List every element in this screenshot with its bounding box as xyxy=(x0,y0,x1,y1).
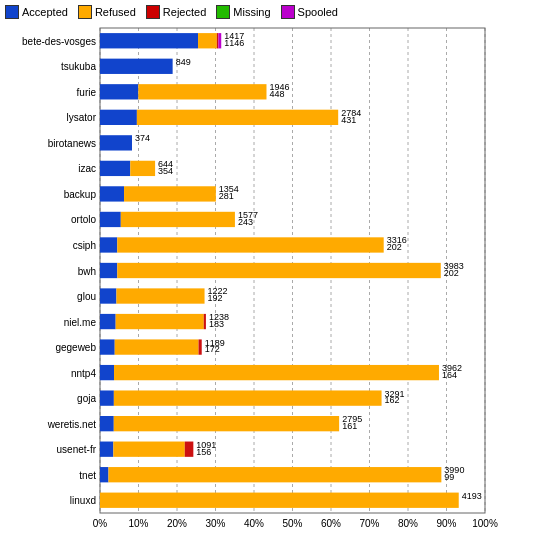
y-label-lysator: lysator xyxy=(67,112,97,123)
bar-niel.me-rejected xyxy=(204,314,206,329)
bar-nntp4-refused xyxy=(114,365,439,380)
label-accepted-backup: 281 xyxy=(219,191,234,201)
label-accepted-tnet: 99 xyxy=(444,472,454,482)
bar-chart: 0%10%20%30%40%50%60%70%80%90%100%bete-de… xyxy=(5,23,550,543)
y-label-gegeweb: gegeweb xyxy=(55,342,96,353)
bar-tsukuba-accepted xyxy=(100,59,173,74)
y-label-izac: izac xyxy=(78,163,96,174)
label-accepted-furie: 448 xyxy=(269,89,284,99)
bar-lysator-accepted xyxy=(100,110,137,125)
y-label-tsukuba: tsukuba xyxy=(61,61,96,72)
bar-backup-accepted xyxy=(100,186,124,201)
label-accepted-weretis.net: 161 xyxy=(342,421,357,431)
bar-bete-des-vosges-accepted xyxy=(100,33,198,48)
label-accepted-bwh: 202 xyxy=(444,268,459,278)
bar-izac-refused xyxy=(130,161,155,176)
label-total-linuxd: 4193 xyxy=(462,491,482,501)
bar-furie-accepted xyxy=(100,84,138,99)
label-accepted-nntp4: 164 xyxy=(442,370,457,380)
legend-color-refused xyxy=(78,5,92,19)
label-total-birotanews: 374 xyxy=(135,133,150,143)
svg-text:40%: 40% xyxy=(244,518,264,529)
legend-item-missing: Missing xyxy=(216,5,270,19)
label-accepted-csiph: 202 xyxy=(387,242,402,252)
legend-item-spooled: Spooled xyxy=(281,5,338,19)
legend-color-missing xyxy=(216,5,230,19)
bar-glou-accepted xyxy=(100,288,116,303)
y-label-csiph: csiph xyxy=(73,240,96,251)
bar-backup-refused xyxy=(124,186,216,201)
legend-item-accepted: Accepted xyxy=(5,5,68,19)
chart-container: AcceptedRefusedRejectedMissingSpooled 0%… xyxy=(0,0,550,555)
bar-linuxd-refused xyxy=(100,493,459,508)
label-accepted-izac: 354 xyxy=(158,166,173,176)
legend-label-missing: Missing xyxy=(233,6,270,18)
bar-gegeweb-rejected xyxy=(199,339,202,354)
bar-nntp4-accepted xyxy=(100,365,114,380)
bar-tnet-refused xyxy=(108,467,441,482)
bar-bwh-accepted xyxy=(100,263,117,278)
y-label-nntp4: nntp4 xyxy=(71,368,96,379)
y-label-tnet: tnet xyxy=(79,470,96,481)
bar-furie-refused xyxy=(138,84,266,99)
label-accepted-lysator: 431 xyxy=(341,115,356,125)
y-label-niel.me: niel.me xyxy=(64,317,97,328)
legend-label-rejected: Rejected xyxy=(163,6,206,18)
y-label-linuxd: linuxd xyxy=(70,495,96,506)
svg-text:60%: 60% xyxy=(321,518,341,529)
bar-weretis.net-refused xyxy=(114,416,339,431)
bar-glou-refused xyxy=(116,288,204,303)
legend-color-spooled xyxy=(281,5,295,19)
bar-birotanews-accepted xyxy=(100,135,132,150)
legend-color-accepted xyxy=(5,5,19,19)
bar-izac-accepted xyxy=(100,161,130,176)
svg-text:100%: 100% xyxy=(472,518,498,529)
bar-ortolo-accepted xyxy=(100,212,121,227)
svg-text:10%: 10% xyxy=(128,518,148,529)
svg-text:50%: 50% xyxy=(282,518,302,529)
bar-bwh-refused xyxy=(117,263,440,278)
y-label-bwh: bwh xyxy=(78,266,96,277)
y-label-ortolo: ortolo xyxy=(71,214,96,225)
label-total-tsukuba: 849 xyxy=(176,57,191,67)
label-accepted-ortolo: 243 xyxy=(238,217,253,227)
label-accepted-niel.me: 183 xyxy=(209,319,224,329)
bar-bete-des-vosges-spooled xyxy=(218,33,221,48)
bar-bete-des-vosges-refused xyxy=(198,33,217,48)
bar-weretis.net-accepted xyxy=(100,416,114,431)
bar-ortolo-refused xyxy=(121,212,235,227)
y-label-weretis.net: weretis.net xyxy=(47,419,97,430)
legend: AcceptedRefusedRejectedMissingSpooled xyxy=(5,5,545,19)
bar-lysator-refused xyxy=(137,110,338,125)
y-label-usenet-fr: usenet-fr xyxy=(57,444,97,455)
bar-goja-refused xyxy=(114,390,382,405)
bar-goja-accepted xyxy=(100,390,114,405)
bar-gegeweb-refused xyxy=(115,339,199,354)
legend-label-spooled: Spooled xyxy=(298,6,338,18)
bar-usenet-fr-refused xyxy=(113,442,184,457)
svg-text:80%: 80% xyxy=(398,518,418,529)
label-accepted-goja: 162 xyxy=(385,395,400,405)
y-label-furie: furie xyxy=(77,87,97,98)
y-label-bete-des-vosges: bete-des-vosges xyxy=(22,36,96,47)
bar-csiph-accepted xyxy=(100,237,117,252)
y-label-glou: glou xyxy=(77,291,96,302)
bar-tnet-accepted xyxy=(100,467,108,482)
label-accepted-glou: 192 xyxy=(208,293,223,303)
svg-text:90%: 90% xyxy=(436,518,456,529)
y-label-backup: backup xyxy=(64,189,97,200)
bar-niel.me-accepted xyxy=(100,314,116,329)
label-accepted-bete-des-vosges: 1146 xyxy=(224,38,244,48)
legend-color-rejected xyxy=(146,5,160,19)
y-label-goja: goja xyxy=(77,393,96,404)
bar-csiph-refused xyxy=(117,237,383,252)
bar-usenet-fr-accepted xyxy=(100,442,113,457)
bar-niel.me-refused xyxy=(116,314,204,329)
svg-text:30%: 30% xyxy=(205,518,225,529)
legend-label-accepted: Accepted xyxy=(22,6,68,18)
legend-label-refused: Refused xyxy=(95,6,136,18)
label-accepted-usenet-fr: 156 xyxy=(196,447,211,457)
svg-text:0%: 0% xyxy=(93,518,108,529)
legend-item-refused: Refused xyxy=(78,5,136,19)
svg-text:20%: 20% xyxy=(167,518,187,529)
